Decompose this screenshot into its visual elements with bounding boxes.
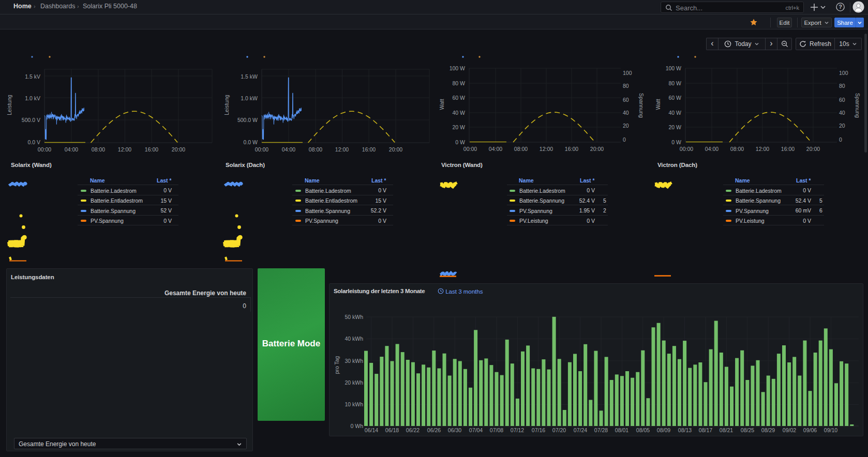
svg-text:50 kWh: 50 kWh (345, 314, 363, 320)
svg-text:100: 100 (623, 70, 632, 76)
svg-text:08/29: 08/29 (761, 427, 775, 433)
svg-text:40 kWh: 40 kWh (345, 336, 363, 342)
svg-text:40 W: 40 W (668, 110, 681, 116)
svg-text:04:00: 04:00 (65, 146, 78, 153)
svg-text:0: 0 (839, 136, 842, 143)
svg-text:00:00: 00:00 (255, 146, 268, 153)
svg-text:20: 20 (623, 123, 629, 129)
svg-text:08/01: 08/01 (615, 427, 628, 433)
svg-text:12:00: 12:00 (335, 146, 349, 153)
svg-text:?: ? (839, 4, 842, 10)
svg-text:20 W: 20 W (668, 124, 681, 130)
svg-text:08/13: 08/13 (678, 427, 692, 433)
svg-text:0.0 W: 0.0 W (244, 139, 258, 145)
svg-text:06/22: 06/22 (406, 427, 420, 433)
svg-text:12:00: 12:00 (756, 146, 769, 152)
svg-text:1.5 kW: 1.5 kW (241, 73, 258, 80)
svg-text:08:00: 08:00 (309, 146, 322, 153)
svg-text:00:00: 00:00 (680, 146, 693, 152)
svg-text:0 Wh: 0 Wh (350, 423, 363, 429)
svg-text:20:00: 20:00 (590, 146, 604, 152)
svg-text:500.0 W: 500.0 W (237, 117, 258, 123)
svg-text:07/12: 07/12 (511, 427, 524, 433)
svg-text:10 kWh: 10 kWh (345, 401, 363, 407)
svg-text:06/14: 06/14 (365, 427, 378, 433)
svg-text:0: 0 (623, 136, 626, 143)
svg-text:16:00: 16:00 (781, 146, 795, 152)
svg-text:60: 60 (839, 97, 845, 103)
svg-text:08:00: 08:00 (730, 146, 744, 152)
svg-text:04:00: 04:00 (282, 146, 295, 153)
svg-text:09/06: 09/06 (803, 427, 817, 433)
svg-text:100 W: 100 W (450, 65, 465, 71)
svg-text:07/16: 07/16 (532, 427, 545, 433)
svg-text:07/28: 07/28 (594, 427, 608, 433)
svg-text:20:00: 20:00 (172, 146, 185, 153)
svg-text:06/18: 06/18 (385, 427, 399, 433)
svg-text:00:00: 00:00 (463, 146, 477, 152)
svg-text:40: 40 (623, 110, 629, 116)
svg-text:08/25: 08/25 (741, 427, 754, 433)
svg-text:0 W: 0 W (455, 139, 465, 145)
svg-text:80: 80 (839, 83, 845, 89)
svg-text:20 kWh: 20 kWh (345, 379, 363, 386)
svg-text:09/10: 09/10 (824, 427, 837, 433)
svg-text:08/05: 08/05 (636, 427, 650, 433)
svg-text:500.0 V: 500.0 V (22, 117, 40, 123)
svg-text:08:00: 08:00 (92, 146, 105, 153)
svg-text:06/26: 06/26 (427, 427, 441, 433)
svg-text:06/30: 06/30 (448, 427, 461, 433)
svg-text:12:00: 12:00 (540, 146, 553, 152)
svg-text:12:00: 12:00 (118, 146, 131, 153)
svg-text:100: 100 (839, 70, 848, 76)
svg-text:07/20: 07/20 (552, 427, 566, 433)
svg-text:07/24: 07/24 (574, 427, 587, 433)
svg-text:80: 80 (623, 83, 629, 89)
svg-text:60 W: 60 W (668, 95, 681, 101)
svg-text:20:00: 20:00 (389, 146, 402, 153)
svg-text:07/04: 07/04 (469, 427, 483, 433)
svg-text:20 W: 20 W (452, 124, 465, 130)
svg-text:20: 20 (839, 123, 845, 129)
svg-text:08/17: 08/17 (699, 427, 712, 433)
svg-text:16:00: 16:00 (145, 146, 158, 153)
svg-text:08/09: 08/09 (657, 427, 670, 433)
svg-text:08:00: 08:00 (514, 146, 528, 152)
svg-text:0 W: 0 W (671, 139, 681, 145)
svg-text:40 W: 40 W (452, 110, 465, 116)
svg-text:09/02: 09/02 (783, 427, 796, 433)
svg-text:40: 40 (839, 110, 845, 116)
svg-text:30 kWh: 30 kWh (345, 358, 363, 364)
svg-text:20:00: 20:00 (806, 146, 820, 152)
svg-text:1.5 kV: 1.5 kV (25, 73, 40, 80)
svg-text:80 W: 80 W (668, 80, 681, 86)
svg-text:0.0 V: 0.0 V (27, 139, 40, 145)
svg-text:80 W: 80 W (452, 80, 465, 86)
svg-text:60: 60 (623, 97, 629, 103)
svg-text:60 W: 60 W (452, 95, 465, 101)
svg-text:1.0 kW: 1.0 kW (241, 95, 258, 101)
svg-text:00:00: 00:00 (38, 146, 51, 153)
svg-text:04:00: 04:00 (705, 146, 719, 152)
svg-text:08/21: 08/21 (720, 427, 733, 433)
svg-text:100 W: 100 W (666, 65, 681, 71)
svg-text:07/08: 07/08 (490, 427, 503, 433)
svg-text:04:00: 04:00 (489, 146, 502, 152)
svg-text:16:00: 16:00 (362, 146, 376, 153)
svg-text:16:00: 16:00 (565, 146, 578, 152)
svg-text:1.0 kV: 1.0 kV (25, 95, 40, 101)
